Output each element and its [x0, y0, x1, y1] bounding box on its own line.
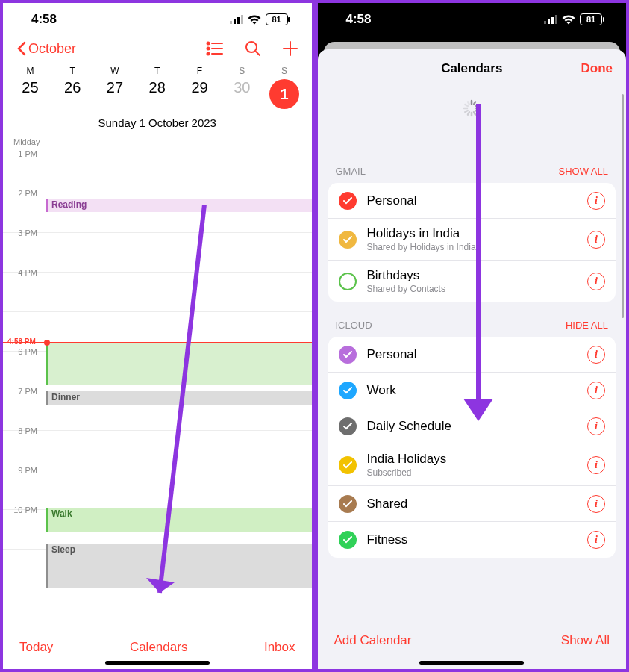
add-calendar-button[interactable]: Add Calendar: [334, 633, 412, 648]
wifi-icon: [562, 15, 575, 25]
cellular-icon: [544, 15, 557, 24]
svg-point-6: [207, 48, 209, 50]
info-icon[interactable]: i: [587, 346, 605, 364]
calendar-day-screen: 4:58 81 October MTWTFSS 25 26 27 28 29 3…: [0, 0, 315, 672]
done-button[interactable]: Done: [581, 61, 613, 76]
event-dinner[interactable]: Dinner: [46, 391, 312, 405]
back-button[interactable]: October: [16, 41, 76, 57]
gmail-section-header: GMAIL SHOW ALL: [318, 166, 627, 183]
svg-rect-1: [234, 19, 236, 24]
date-29[interactable]: 29: [178, 79, 221, 109]
svg-line-24: [475, 111, 478, 112]
status-icons: 81: [544, 13, 602, 25]
calendar-subtitle: Subscribed: [367, 467, 588, 478]
event-sleep[interactable]: Sleep: [46, 544, 312, 588]
gmail-show-all[interactable]: SHOW ALL: [559, 166, 608, 177]
calendar-checkbox[interactable]: [339, 495, 357, 513]
info-icon[interactable]: i: [587, 231, 605, 249]
home-indicator: [105, 661, 210, 665]
home-indicator: [419, 661, 524, 665]
status-time: 4:58: [31, 12, 57, 27]
calendar-checkbox[interactable]: [339, 382, 357, 399]
info-icon[interactable]: i: [587, 456, 605, 474]
plus-icon[interactable]: [282, 40, 298, 57]
calendar-row[interactable]: Daily Schedulei: [328, 408, 616, 444]
calendar-name: Holidays in India: [367, 226, 588, 241]
calendar-name: Personal: [367, 347, 588, 362]
svg-rect-0: [230, 21, 232, 24]
svg-rect-16: [544, 21, 546, 24]
timeline[interactable]: Midday 1 PM 2 PM 3 PM 4 PM 6 PM 7 PM 8 P…: [3, 134, 312, 609]
svg-line-25: [474, 112, 475, 114]
weekday-header: MTWTFSS: [3, 61, 312, 76]
calendar-name: Personal: [367, 193, 588, 208]
calendar-row[interactable]: BirthdaysShared by Contactsi: [328, 261, 616, 302]
date-30[interactable]: 30: [221, 79, 263, 109]
info-icon[interactable]: i: [587, 192, 605, 210]
svg-rect-19: [555, 15, 557, 24]
svg-rect-2: [237, 17, 240, 24]
calendar-checkbox[interactable]: [339, 456, 357, 474]
calendar-checkbox[interactable]: [339, 231, 357, 249]
icloud-calendar-group: PersonaliWorkiDaily ScheduleiIndia Holid…: [328, 337, 616, 558]
calendar-checkbox[interactable]: [339, 531, 357, 549]
calendar-row[interactable]: Sharedi: [328, 486, 616, 522]
icloud-hide-all[interactable]: HIDE ALL: [566, 320, 608, 331]
calendar-checkbox[interactable]: [339, 346, 357, 364]
calendar-checkbox[interactable]: [339, 192, 357, 210]
svg-point-8: [207, 53, 209, 55]
info-icon[interactable]: i: [587, 495, 605, 513]
status-icons: 81: [230, 13, 288, 25]
calendar-checkbox[interactable]: [339, 273, 357, 290]
event-reading[interactable]: Reading: [46, 199, 312, 212]
calendar-checkbox[interactable]: [339, 417, 357, 435]
calendar-name: Shared: [367, 497, 588, 511]
svg-line-31: [468, 102, 469, 104]
search-icon[interactable]: [245, 40, 261, 57]
now-indicator: 4:58 PM: [3, 342, 312, 343]
svg-line-21: [474, 102, 475, 104]
svg-line-11: [256, 52, 260, 55]
date-27[interactable]: 27: [94, 79, 137, 109]
show-all-button[interactable]: Show All: [561, 633, 610, 648]
inbox-button[interactable]: Inbox: [264, 640, 295, 655]
calendar-row[interactable]: India HolidaysSubscribedi: [328, 444, 616, 486]
calendar-name: Fitness: [367, 532, 588, 547]
calendar-row[interactable]: Holidays in IndiaShared by Holidays in I…: [328, 219, 616, 261]
calendar-subtitle: Shared by Contacts: [367, 284, 588, 294]
event-walk[interactable]: Walk: [46, 508, 312, 532]
scroll-indicator[interactable]: [622, 94, 624, 318]
info-icon[interactable]: i: [587, 531, 605, 549]
sheet-title: Calendars: [441, 61, 502, 76]
calendars-sheet-screen: 4:58 81 Calendars Done GMAIL SHOW ALL Pe…: [315, 0, 630, 672]
back-label: October: [28, 41, 76, 57]
calendar-row[interactable]: Worki: [328, 373, 616, 408]
cellular-icon: [230, 15, 243, 24]
today-button[interactable]: Today: [19, 640, 53, 655]
chevron-left-icon: [16, 41, 27, 56]
list-view-icon[interactable]: [206, 40, 224, 57]
nav-bar: October: [3, 36, 312, 61]
date-1-selected[interactable]: 1: [263, 79, 306, 109]
calendars-button[interactable]: Calendars: [130, 640, 188, 655]
calendar-row[interactable]: Fitnessi: [328, 522, 616, 558]
date-28[interactable]: 28: [136, 79, 178, 109]
calendar-row[interactable]: Personali: [328, 183, 616, 219]
event-current[interactable]: [46, 342, 312, 385]
loading-spinner-icon: [462, 99, 481, 118]
svg-line-30: [466, 105, 468, 106]
calendar-name: Work: [367, 383, 588, 398]
date-25[interactable]: 25: [9, 79, 51, 109]
calendar-row[interactable]: Personali: [328, 337, 616, 373]
calendar-subtitle: Shared by Holidays in India: [367, 242, 588, 252]
calendars-sheet: Calendars Done GMAIL SHOW ALL PersonaliH…: [318, 49, 627, 669]
info-icon[interactable]: i: [587, 273, 605, 290]
date-26[interactable]: 26: [51, 79, 94, 109]
info-icon[interactable]: i: [587, 382, 605, 399]
calendar-name: India Holidays: [367, 452, 588, 467]
calendar-name: Daily Schedule: [367, 419, 588, 434]
battery-icon: 81: [266, 13, 288, 25]
calendar-name: Birthdays: [367, 268, 588, 283]
svg-line-28: [466, 111, 468, 112]
info-icon[interactable]: i: [587, 417, 605, 435]
